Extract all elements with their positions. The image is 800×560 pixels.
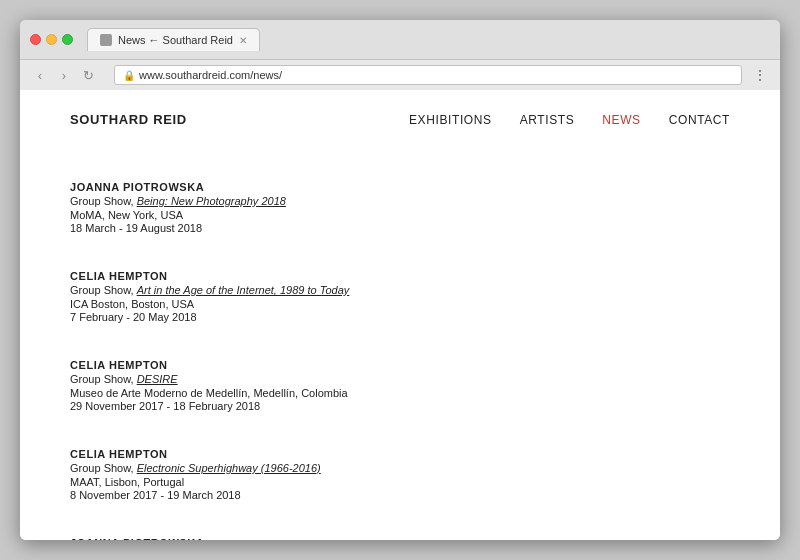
list-item: JOANNA PIOTROWSKA Group Show, Being: New… — [70, 165, 730, 250]
address-bar[interactable]: 🔒 www.southardreid.com/news/ — [114, 65, 742, 85]
nav-item-artists[interactable]: ARTISTS — [520, 113, 575, 127]
forward-button[interactable]: › — [54, 65, 74, 85]
list-item: CELIA HEMPTON Group Show, Art in the Age… — [70, 254, 730, 339]
news-artist: CELIA HEMPTON — [70, 448, 730, 460]
news-list: JOANNA PIOTROWSKA Group Show, Being: New… — [20, 145, 780, 540]
news-venue: Museo de Arte Moderno de Medellín, Medel… — [70, 387, 730, 399]
browser-menu-button[interactable]: ⋮ — [750, 65, 770, 85]
toolbar: ‹ › ↻ 🔒 www.southardreid.com/news/ ⋮ — [20, 59, 780, 90]
news-artist: CELIA HEMPTON — [70, 270, 730, 282]
minimize-button[interactable] — [46, 34, 57, 45]
news-desc-prefix: Group Show, — [70, 373, 137, 385]
ssl-icon: 🔒 — [123, 70, 135, 81]
tab-close-icon[interactable]: ✕ — [239, 35, 247, 46]
site-header: SOUTHARD REID EXHIBITIONS ARTISTS NEWS C… — [20, 90, 780, 145]
news-artist: JOANNA PIOTROWSKA — [70, 537, 730, 540]
browser-window: News ← Southard Reid ✕ ‹ › ↻ 🔒 www.south… — [20, 20, 780, 540]
news-desc-prefix: Group Show, — [70, 462, 137, 474]
page-content: SOUTHARD REID EXHIBITIONS ARTISTS NEWS C… — [20, 90, 780, 540]
list-item: CELIA HEMPTON Group Show, DESIRE Museo d… — [70, 343, 730, 428]
news-desc-prefix: Group Show, — [70, 284, 137, 296]
nav-buttons: ‹ › ↻ — [30, 65, 98, 85]
news-artist: CELIA HEMPTON — [70, 359, 730, 371]
news-venue: MoMA, New York, USA — [70, 209, 730, 221]
nav-item-exhibitions[interactable]: EXHIBITIONS — [409, 113, 492, 127]
list-item: CELIA HEMPTON Group Show, Electronic Sup… — [70, 432, 730, 517]
browser-controls: News ← Southard Reid ✕ — [30, 28, 770, 51]
tab-title: News ← Southard Reid — [118, 34, 233, 46]
site-logo[interactable]: SOUTHARD REID — [70, 112, 187, 127]
news-description: Group Show, DESIRE — [70, 373, 730, 385]
close-button[interactable] — [30, 34, 41, 45]
site-nav: EXHIBITIONS ARTISTS NEWS CONTACT — [409, 113, 730, 127]
news-description: Group Show, Electronic Superhighway (196… — [70, 462, 730, 474]
news-dates: 18 March - 19 August 2018 — [70, 222, 730, 234]
news-show-title[interactable]: DESIRE — [137, 373, 178, 385]
nav-item-news[interactable]: NEWS — [602, 113, 640, 127]
list-item: JOANNA PIOTROWSKA Group Show, Big Towers… — [70, 521, 730, 540]
news-show-title[interactable]: Electronic Superhighway (1966-2016) — [137, 462, 321, 474]
tab-favicon — [100, 34, 112, 46]
reload-button[interactable]: ↻ — [78, 65, 98, 85]
news-venue: MAAT, Lisbon, Portugal — [70, 476, 730, 488]
news-artist: JOANNA PIOTROWSKA — [70, 181, 730, 193]
browser-chrome: News ← Southard Reid ✕ — [20, 20, 780, 59]
nav-item-contact[interactable]: CONTACT — [669, 113, 730, 127]
news-dates: 8 November 2017 - 19 March 2018 — [70, 489, 730, 501]
news-desc-prefix: Group Show, — [70, 195, 137, 207]
news-show-title[interactable]: Being: New Photography 2018 — [137, 195, 286, 207]
back-button[interactable]: ‹ — [30, 65, 50, 85]
url-text: www.southardreid.com/news/ — [139, 69, 282, 81]
traffic-lights — [30, 34, 73, 45]
browser-tab[interactable]: News ← Southard Reid ✕ — [87, 28, 260, 51]
maximize-button[interactable] — [62, 34, 73, 45]
news-venue: ICA Boston, Boston, USA — [70, 298, 730, 310]
news-show-title[interactable]: Art in the Age of the Internet, 1989 to … — [137, 284, 350, 296]
news-description: Group Show, Art in the Age of the Intern… — [70, 284, 730, 296]
news-dates: 29 November 2017 - 18 February 2018 — [70, 400, 730, 412]
news-description: Group Show, Being: New Photography 2018 — [70, 195, 730, 207]
news-dates: 7 February - 20 May 2018 — [70, 311, 730, 323]
